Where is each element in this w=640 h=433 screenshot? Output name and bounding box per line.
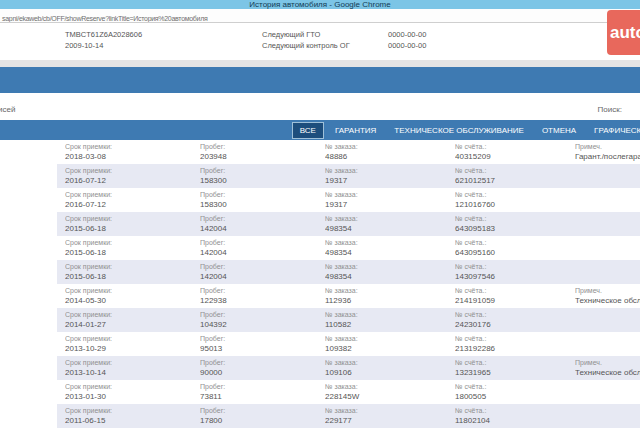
inspection-values: 0000-00-00 0000-00-00 <box>388 29 548 60</box>
cell-invoice-value: 643095183 <box>455 224 575 234</box>
cell-invoice: № счёта.:11802104 <box>455 406 575 428</box>
cell-invoice-value: 24230176 <box>455 320 575 330</box>
cell-date: Срок приемки:2013-01-30 <box>65 382 200 404</box>
cell-invoice: № счёта.:621012517 <box>455 166 575 188</box>
header-band <box>0 67 640 93</box>
browser-window: История автомобиля - Google Chrome sapni… <box>0 0 640 433</box>
cell-invoice-label: № счёта.: <box>455 166 575 176</box>
auto-logo-text: auto <box>610 23 640 43</box>
cell-order: № заказа:48886 <box>325 142 455 164</box>
filter-tab-2[interactable]: ТЕХНИЧЕСКОЕ ОБСЛУЖИВАНИЕ <box>387 123 531 138</box>
cell-order-label: № заказа: <box>325 382 455 392</box>
url-bar[interactable]: sapni/ekaweb/cb/OFF/showReserve?linkTitl… <box>0 9 640 23</box>
filter-tab-1[interactable]: ГАРАНТИЯ <box>328 123 383 138</box>
cell-date-label: Срок приемки: <box>65 310 200 320</box>
cell-date: Срок приемки:2011-06-15 <box>65 406 200 428</box>
cell-date: Срок приемки:2014-05-30 <box>65 286 200 308</box>
cell-mileage-label: Пробег: <box>200 190 325 200</box>
cell-invoice-label: № счёта.: <box>455 406 575 416</box>
cell-mileage: Пробег:95013 <box>200 334 325 356</box>
cell-invoice-label: № счёта.: <box>455 310 575 320</box>
cell-order: № заказа:498354 <box>325 214 455 236</box>
cell-order-value: 109106 <box>325 368 455 378</box>
cell-mileage-value: 203948 <box>200 152 325 162</box>
service-record-row[interactable]: Срок приемки:2013-10-29Пробег:95013№ зак… <box>57 332 640 356</box>
cell-invoice-value: 643095160 <box>455 248 575 258</box>
cell-date-value: 2016-07-12 <box>65 176 200 186</box>
cell-note-value: Техническое обслужива <box>575 296 640 306</box>
service-record-row[interactable]: Срок приемки:2015-06-18Пробег:142004№ за… <box>57 260 640 284</box>
vin-value: TMBCT61Z6A2028606 <box>65 29 262 40</box>
filter-tab-bar: ВСЕГАРАНТИЯТЕХНИЧЕСКОЕ ОБСЛУЖИВАНИЕОТМЕН… <box>0 120 640 140</box>
cell-date-value: 2011-06-15 <box>65 416 200 426</box>
cell-date: Срок приемки:2015-06-18 <box>65 238 200 260</box>
cell-invoice: № счёта.:24230176 <box>455 310 575 332</box>
service-record-row[interactable]: Срок приемки:2011-06-15Пробег:17800№ зак… <box>57 404 640 428</box>
cell-mileage: Пробег:142004 <box>200 262 325 284</box>
cell-mileage-label: Пробег: <box>200 238 325 248</box>
table-controls: исей Поиск: <box>0 93 640 120</box>
cell-mileage: Пробег:104392 <box>200 310 325 332</box>
service-record-row[interactable]: Срок приемки:2015-06-18Пробег:142004№ за… <box>57 212 640 236</box>
cell-mileage-label: Пробег: <box>200 286 325 296</box>
service-record-row[interactable]: Срок приемки:2018-03-08Пробег:203948№ за… <box>57 140 640 164</box>
cell-order-label: № заказа: <box>325 286 455 296</box>
service-record-row[interactable]: Срок приемки:2016-07-12Пробег:158300№ за… <box>57 164 640 188</box>
cell-order-label: № заказа: <box>325 142 455 152</box>
cell-date: Срок приемки:2013-10-29 <box>65 334 200 356</box>
filter-tab-3[interactable]: ОТМЕНА <box>535 123 583 138</box>
cell-invoice-label: № счёта.: <box>455 214 575 224</box>
cell-mileage-label: Пробег: <box>200 382 325 392</box>
cell-invoice-label: № счёта.: <box>455 358 575 368</box>
service-record-row[interactable]: Срок приемки:2014-05-30Пробег:122938№ за… <box>57 284 640 308</box>
service-record-row[interactable]: Срок приемки:2015-06-18Пробег:142004№ за… <box>57 236 640 260</box>
service-record-row[interactable]: Срок приемки:2016-07-12Пробег:158300№ за… <box>57 188 640 212</box>
cell-order-label: № заказа: <box>325 262 455 272</box>
cell-date-label: Срок приемки: <box>65 286 200 296</box>
cell-date-value: 2015-06-18 <box>65 224 200 234</box>
cell-order: № заказа:498354 <box>325 238 455 260</box>
cell-order: № заказа:228145W <box>325 382 455 404</box>
filter-tab-0[interactable]: ВСЕ <box>292 122 324 139</box>
auto-logo-watermark: auto <box>607 10 640 55</box>
service-record-row[interactable]: Срок приемки:2013-10-14Пробег:90000№ зак… <box>57 356 640 380</box>
cell-invoice-value: 214191059 <box>455 296 575 306</box>
cell-note: Примеч.Гарант./послегарант.по <box>575 142 640 164</box>
cell-date-label: Срок приемки: <box>65 334 200 344</box>
cell-order: № заказа:19317 <box>325 190 455 212</box>
cell-invoice-label: № счёта.: <box>455 286 575 296</box>
window-titlebar[interactable]: История автомобиля - Google Chrome <box>0 0 640 9</box>
cell-order-label: № заказа: <box>325 214 455 224</box>
cell-invoice-label: № счёта.: <box>455 262 575 272</box>
cell-mileage-value: 104392 <box>200 320 325 330</box>
cell-note-value: Техническое обслужива <box>575 368 640 378</box>
cell-order-value: 498354 <box>325 224 455 234</box>
cell-order: № заказа:110582 <box>325 310 455 332</box>
filter-tab-4[interactable]: ГРАФИЧЕСКИ <box>587 123 640 138</box>
service-record-row[interactable]: Срок приемки:2013-01-30Пробег:73811№ зак… <box>57 380 640 404</box>
cell-invoice-value: 143097546 <box>455 272 575 282</box>
cell-date-label: Срок приемки: <box>65 214 200 224</box>
cell-mileage: Пробег:73811 <box>200 382 325 404</box>
cell-mileage: Пробег:158300 <box>200 190 325 212</box>
url-text: sapni/ekaweb/cb/OFF/showReserve?linkTitl… <box>2 15 207 22</box>
cell-invoice: № счёта.:121016760 <box>455 190 575 212</box>
window-title: История автомобиля - Google Chrome <box>249 0 390 9</box>
cell-order-label: № заказа: <box>325 334 455 344</box>
cell-mileage-value: 95013 <box>200 344 325 354</box>
cell-mileage-value: 73811 <box>200 392 325 402</box>
service-history-table: Срок приемки:2018-03-08Пробег:203948№ за… <box>0 140 640 428</box>
cell-mileage: Пробег:122938 <box>200 286 325 308</box>
cell-date-label: Срок приемки: <box>65 142 200 152</box>
cell-invoice-label: № счёта.: <box>455 238 575 248</box>
cell-date-value: 2018-03-08 <box>65 152 200 162</box>
cell-invoice: № счёта.:214191059 <box>455 286 575 308</box>
cell-mileage-value: 142004 <box>200 272 325 282</box>
separator-band <box>0 60 640 67</box>
service-record-row[interactable]: Срок приемки:2014-01-27Пробег:104392№ за… <box>57 308 640 332</box>
cell-date-value: 2013-01-30 <box>65 392 200 402</box>
cell-order-label: № заказа: <box>325 310 455 320</box>
cell-mileage-value: 142004 <box>200 248 325 258</box>
cell-order-value: 48886 <box>325 152 455 162</box>
cell-date-label: Срок приемки: <box>65 358 200 368</box>
